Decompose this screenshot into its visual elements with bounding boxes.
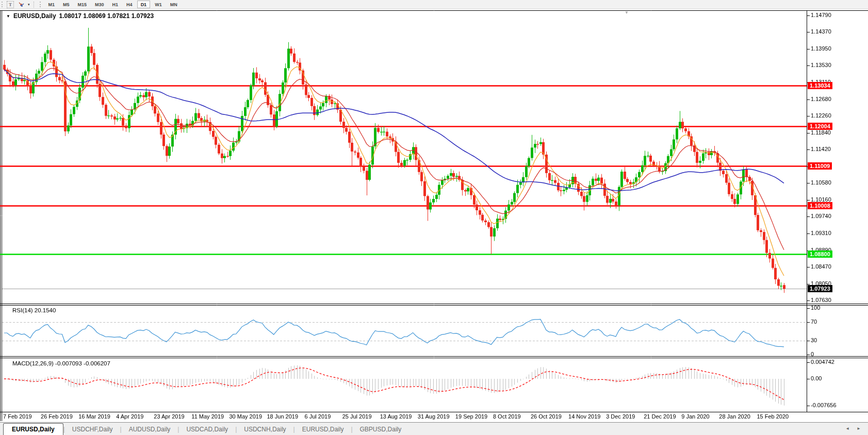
chart-tab-audusd-2[interactable]: AUDUSD,Daily (122, 424, 178, 435)
chart-tab-usdchf-1[interactable]: USDCHF,Daily (65, 424, 120, 435)
hline-price-label: 1.10008 (808, 202, 832, 209)
toolbar: T ▾ M1M5M15M30H1H4D1W1MN (0, 0, 868, 9)
toolbar-separator (34, 2, 35, 8)
price-tick-label: 1.11840 (811, 129, 831, 136)
price-tick-label: 1.12260 (811, 112, 831, 119)
date-tick-label: 30 May 2019 (229, 413, 262, 420)
chart-symbol-label: EURUSD,Daily (13, 12, 56, 20)
date-tick-label: 23 Apr 2019 (154, 413, 184, 420)
date-tick-label: 26 Oct 2019 (531, 413, 562, 420)
date-tick-label: 26 Feb 2019 (41, 413, 73, 420)
collapse-caret-icon[interactable]: ▼ (6, 14, 10, 19)
rsi-indicator-label: RSI(14) 20.1540 (12, 307, 56, 313)
price-tick-label: 1.14370 (811, 28, 831, 35)
price-tick-label: 1.13950 (811, 45, 831, 52)
price-tick-label: 1.10580 (811, 179, 831, 186)
price-tick-label: 1.14790 (811, 12, 831, 18)
rsi-tick-label: 70 (811, 319, 817, 325)
date-tick-label: 28 Jan 2020 (719, 413, 750, 420)
date-tick-label: 13 Aug 2019 (380, 413, 412, 420)
tab-scroll-controls: ◄ ► (845, 426, 861, 431)
hline-price-label: 1.11009 (808, 162, 832, 170)
date-tick-label: 31 Aug 2019 (418, 413, 450, 420)
timeframe-button-h4[interactable]: H4 (123, 1, 136, 8)
diagonal-arrows-icon (18, 2, 25, 8)
date-tick-label: 6 Jul 2019 (305, 413, 331, 420)
arrows-tool-button[interactable] (16, 1, 27, 8)
price-tick-label: 1.13530 (811, 62, 831, 68)
date-tick-label: 15 Feb 2020 (757, 413, 789, 420)
chart-tab-eurusd-5[interactable]: EURUSD,Daily (295, 424, 351, 435)
timeframe-button-mn[interactable]: MN (167, 1, 181, 8)
timeframe-button-h1[interactable]: H1 (109, 1, 122, 8)
dropdown-caret-icon[interactable]: ▾ (28, 3, 30, 7)
date-tick-label: 16 Mar 2019 (78, 413, 110, 420)
rsi-tick-label: 100 (811, 305, 820, 311)
date-tick-label: 21 Dec 2019 (644, 413, 676, 420)
hline-price-label: 1.08800 (808, 250, 832, 258)
tab-scroll-right-icon[interactable]: ► (857, 426, 861, 431)
current-price-label: 1.07923 (808, 285, 832, 292)
price-tick-label: 1.07630 (811, 297, 831, 303)
date-tick-label: 25 Jul 2019 (342, 413, 372, 420)
price-tick-label: 1.10160 (811, 196, 831, 203)
chart-tab-usdcnh-4[interactable]: USDCNH,Daily (237, 424, 293, 435)
price-chart-canvas[interactable] (0, 0, 868, 435)
macd-indicator-label: MACD(12,26,9) -0.007093 -0.006207 (12, 360, 110, 366)
date-tick-label: 3 Dec 2019 (606, 413, 635, 420)
price-tick-label: 1.11420 (811, 146, 831, 152)
rsi-tick-label: 30 (811, 337, 817, 343)
date-tick-label: 19 Sep 2019 (455, 413, 487, 420)
timeframe-button-m15[interactable]: M15 (74, 1, 91, 8)
toolbar-grip[interactable] (2, 2, 5, 7)
text-tool-button[interactable]: T (7, 1, 14, 8)
hline-price-label: 1.13034 (808, 82, 832, 89)
timeframe-button-m30[interactable]: M30 (91, 1, 108, 8)
date-tick-label: 7 Feb 2019 (3, 413, 32, 420)
hline-price-label: 1.12004 (808, 123, 832, 130)
chart-tab-bar: EURUSD,Daily|USDCHF,Daily|AUDUSD,Daily|U… (0, 422, 868, 435)
date-tick-label: 4 Apr 2019 (116, 413, 143, 420)
tab-scroll-left-icon[interactable]: ◄ (845, 426, 849, 431)
price-tick-label: 1.09740 (811, 213, 831, 219)
timeframe-toolbar: M1M5M15M30H1H4D1W1MN (45, 1, 181, 8)
timeframe-button-m1[interactable]: M1 (45, 1, 59, 8)
chart-tab-eurusd-0[interactable]: EURUSD,Daily (3, 423, 63, 435)
timeframe-button-m5[interactable]: M5 (59, 1, 73, 8)
macd-tick-label: -0.007656 (811, 402, 837, 408)
date-tick-label: 14 Nov 2019 (568, 413, 600, 420)
mt4-window: T ▾ M1M5M15M30H1H4D1W1MN ▼ EURUSD,Daily … (0, 0, 868, 435)
rsi-tick-label: 0 (811, 351, 814, 357)
macd-tick-label: 0.00 (811, 375, 822, 381)
chart-tab-usdcad-3[interactable]: USDCAD,Daily (179, 424, 235, 435)
date-tick-label: 8 Oct 2019 (493, 413, 521, 420)
chart-ohlc-values: 1.08017 1.08069 1.07821 1.07923 (59, 12, 154, 20)
timeframe-button-d1[interactable]: D1 (137, 1, 151, 8)
chart-title-row: ▼ EURUSD,Daily 1.08017 1.08069 1.07821 1… (6, 12, 154, 20)
date-tick-label: 9 Jan 2020 (681, 413, 709, 420)
date-tick-label: 18 Jun 2019 (267, 413, 298, 420)
date-tick-label: 11 May 2019 (191, 413, 224, 420)
timeframe-toolbar-grip[interactable] (40, 2, 43, 7)
chart-tab-gbpusd-6[interactable]: GBPUSD,Daily (353, 424, 409, 435)
macd-tick-label: 0.004742 (811, 359, 834, 365)
chart-shift-marker[interactable]: ▼ (625, 10, 629, 15)
price-tick-label: 1.08470 (811, 263, 831, 270)
timeframe-button-w1[interactable]: W1 (151, 1, 166, 8)
price-tick-label: 1.09310 (811, 230, 831, 236)
price-tick-label: 1.12680 (811, 96, 831, 102)
